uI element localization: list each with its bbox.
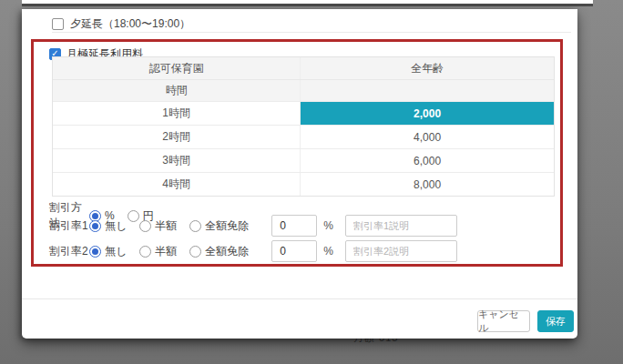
rate1-full-exempt-label: 全額免除 — [205, 218, 249, 234]
cutoff-content-edge — [22, 0, 593, 6]
rate1-none-label: 無し — [105, 218, 127, 234]
annotation-red-box: 月極延長利用料 認可保育園 全年齢 時間 1時間 2,000 2時間 4,000 — [31, 39, 563, 267]
table-row: 4時間 8,000 — [53, 172, 554, 196]
save-button[interactable]: 保存 — [537, 310, 574, 332]
rate2-half-label: 半額 — [155, 244, 177, 259]
hours-cell: 1時間 — [53, 102, 301, 125]
discount-rate-2-row: 割引率2 無し 半額 全額免除 % — [49, 240, 457, 262]
discount-rate-1-row: 割引率1 無し 半額 全額免除 % — [49, 215, 457, 237]
price-table: 認可保育園 全年齢 時間 1時間 2,000 2時間 4,000 3時間 — [52, 56, 555, 197]
rate2-unit-label: % — [323, 245, 333, 258]
discount-rate-2-label: 割引率2 — [49, 244, 89, 259]
rate1-none-radio[interactable] — [89, 220, 101, 232]
rate2-full-exempt-label: 全額免除 — [205, 244, 249, 259]
rate2-description-input[interactable] — [345, 240, 457, 262]
table-row: 2時間 4,000 — [53, 125, 554, 148]
column-header-age: 全年齢 — [301, 57, 554, 79]
rate2-half-radio[interactable] — [139, 246, 151, 258]
hours-cell: 4時間 — [53, 173, 301, 196]
column-header-facility: 認可保育園 — [53, 57, 301, 79]
hours-cell: 2時間 — [53, 126, 301, 148]
price-cell[interactable]: 6,000 — [301, 149, 554, 172]
dimmed-backdrop: 月額 013 夕延長（18:00〜19:00） 月極延長利用料 認可保育園 全年… — [0, 0, 623, 364]
rate2-none-radio[interactable] — [89, 246, 101, 258]
price-cell[interactable]: 4,000 — [301, 126, 554, 148]
table-subheader-row: 時間 — [53, 79, 554, 101]
subheader-empty — [301, 80, 554, 101]
price-cell-selected[interactable]: 2,000 — [301, 102, 554, 125]
subheader-time: 時間 — [53, 80, 301, 101]
rate1-description-input[interactable] — [345, 215, 457, 237]
footer-divider — [22, 298, 577, 299]
hours-cell: 3時間 — [53, 149, 301, 172]
rate1-unit-label: % — [323, 219, 333, 232]
table-row: 1時間 2,000 — [53, 101, 554, 125]
rate1-full-exempt-radio[interactable] — [189, 220, 201, 232]
table-row: 3時間 6,000 — [53, 148, 554, 172]
evening-extension-label: 夕延長（18:00〜19:00） — [70, 16, 190, 32]
evening-extension-row: 夕延長（18:00〜19:00） — [52, 15, 190, 33]
discount-rate-1-label: 割引率1 — [49, 218, 89, 234]
rate1-half-label: 半額 — [155, 218, 177, 234]
section-divider — [52, 32, 571, 33]
rate2-value-input[interactable] — [271, 240, 317, 262]
rate1-value-input[interactable] — [271, 215, 317, 237]
evening-extension-checkbox[interactable] — [52, 18, 64, 30]
rate2-none-label: 無し — [105, 244, 127, 259]
rate1-half-radio[interactable] — [139, 220, 151, 232]
cancel-button[interactable]: キャンセル — [477, 310, 530, 332]
table-header-row: 認可保育園 全年齢 — [53, 57, 554, 79]
price-cell[interactable]: 8,000 — [301, 173, 554, 196]
fee-settings-modal: 夕延長（18:00〜19:00） 月極延長利用料 認可保育園 全年齢 時間 1時… — [22, 9, 577, 339]
rate2-full-exempt-radio[interactable] — [189, 246, 201, 258]
